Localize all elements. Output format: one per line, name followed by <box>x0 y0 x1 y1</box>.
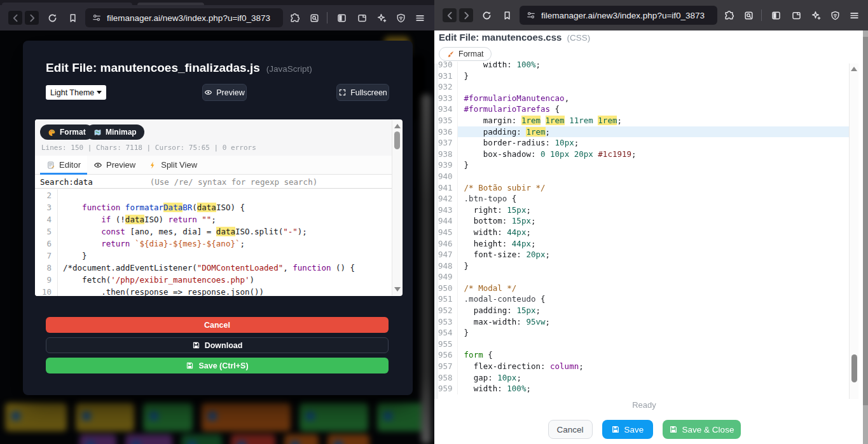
cancel-button[interactable]: Cancel <box>548 420 593 439</box>
code-line: 939} <box>438 159 849 171</box>
line-number: 932 <box>438 81 458 93</box>
code-line: 930 width: 100%; <box>438 62 849 71</box>
textarea-scrollbar[interactable] <box>849 64 858 399</box>
menu-hamburger-icon[interactable] <box>413 11 427 25</box>
code-line: 3 function formatarDataBR(dataISO) { <box>35 201 392 213</box>
url-text[interactable]: filemanager.ai/new3/index.php?u=if0_3873 <box>107 13 270 23</box>
ai-sparkle-icon[interactable] <box>375 11 389 25</box>
sidebar-toggle-icon[interactable] <box>769 8 783 22</box>
line-number: 936 <box>438 126 458 138</box>
toolbar-divider <box>761 10 762 21</box>
privacy-shield-icon[interactable] <box>394 11 408 25</box>
code-line: 934#formularioTarefas { <box>438 104 849 115</box>
scrollbar-thumb[interactable] <box>851 354 857 382</box>
line-number: 7 <box>35 250 58 262</box>
line-number: 946 <box>438 238 458 250</box>
theme-select[interactable]: Light Theme <box>46 85 106 100</box>
css-code-area[interactable]: 930 width: 100%;931}932933#formularioMan… <box>438 62 849 399</box>
extensions-puzzle-icon[interactable] <box>287 11 301 25</box>
search-input[interactable]: data <box>74 177 93 187</box>
download-button[interactable]: Download <box>46 337 389 353</box>
container-search-icon[interactable] <box>741 8 755 22</box>
fullscreen-button[interactable]: Fullscreen <box>336 84 389 101</box>
code-line: 4 if (!dataISO) return ""; <box>35 213 392 225</box>
code-line: 956form { <box>438 349 849 361</box>
line-number: 930 <box>438 62 458 71</box>
bookmark-icon[interactable] <box>65 11 79 25</box>
code-line: 952 padding: 15px; <box>438 305 849 316</box>
right-page-content: Edit File: manutencoes.css(CSS) Format 9… <box>434 30 868 444</box>
fullscreen-icon <box>338 88 347 97</box>
search-bar[interactable]: Search:data (Use /re/ syntax for regexp … <box>35 175 392 189</box>
code-line: 933#formularioManutencao, <box>438 93 849 104</box>
url-text[interactable]: filemanager.ai/new3/index.php?u=if0_3873 <box>541 11 705 20</box>
map-icon <box>93 128 102 137</box>
tab-split-view[interactable]: Split View <box>142 156 203 174</box>
line-number: 953 <box>438 316 458 328</box>
line-number: 9 <box>35 274 58 286</box>
forward-button[interactable] <box>25 11 39 25</box>
menu-hamburger-icon[interactable] <box>847 8 861 22</box>
code-line: 959 width: 100%; <box>438 383 849 394</box>
panel-icon[interactable] <box>789 8 803 22</box>
minimap-button[interactable]: Minimap <box>86 124 144 140</box>
line-number: 951 <box>438 293 458 305</box>
tab-editor[interactable]: Editor <box>40 156 87 174</box>
file-language-label: (JavaScript) <box>266 64 312 74</box>
panel-icon[interactable] <box>355 11 369 25</box>
line-number: 937 <box>438 137 458 149</box>
sidebar-toggle-icon[interactable] <box>334 11 348 25</box>
editor-scrollbar[interactable] <box>392 120 402 295</box>
tab-preview[interactable]: Preview <box>87 156 142 174</box>
forward-button[interactable] <box>459 8 473 22</box>
reload-button[interactable] <box>479 8 493 22</box>
line-number: 952 <box>438 305 458 316</box>
scroll-up-arrow[interactable] <box>851 67 857 71</box>
reload-button[interactable] <box>45 11 59 25</box>
line-number: 959 <box>438 383 458 394</box>
code-line: 943 right: 15px; <box>438 205 849 216</box>
site-permissions-icon[interactable] <box>526 10 536 20</box>
cancel-button[interactable]: Cancel <box>46 317 389 333</box>
eye-icon <box>204 88 212 97</box>
line-number: 935 <box>438 115 458 126</box>
code-line: 953 max-width: 95vw; <box>438 316 849 328</box>
scroll-down-arrow[interactable] <box>394 287 401 292</box>
page-scrollbar-thumb[interactable] <box>863 37 868 405</box>
code-line: 955 <box>438 339 849 350</box>
line-number: 2 <box>35 189 58 201</box>
url-bar[interactable]: filemanager.ai/new3/index.php?u=if0_3873 <box>85 8 283 27</box>
search-hint: (Use /re/ syntax for regexp search) <box>150 177 317 187</box>
line-number: 5 <box>35 225 58 238</box>
format-button[interactable]: Format <box>439 47 492 61</box>
toolbar-divider <box>327 12 327 24</box>
code-line: 945 width: 44px; <box>438 227 849 238</box>
editor-stats: Lines: 150 | Chars: 7118 | Cursor: 75:65… <box>41 144 256 152</box>
code-line: 948} <box>438 260 849 272</box>
code-line: 949 <box>438 271 849 283</box>
save-button[interactable]: Save <box>602 420 653 439</box>
line-number: 954 <box>438 327 458 339</box>
code-line: 931} <box>438 71 849 82</box>
container-search-icon[interactable] <box>307 11 321 25</box>
line-number: 933 <box>438 93 458 104</box>
back-button[interactable] <box>443 8 457 22</box>
floppy-icon <box>611 425 620 434</box>
page-scrollbar[interactable] <box>863 30 868 444</box>
code-line: 2 <box>35 189 392 201</box>
back-button[interactable] <box>8 11 22 25</box>
save-button[interactable]: Save (Ctrl+S) <box>46 358 389 373</box>
js-code-area[interactable]: 23 function formatarDataBR(dataISO) {4 i… <box>35 189 392 296</box>
site-permissions-icon[interactable] <box>92 13 102 23</box>
bookmark-icon[interactable] <box>500 8 514 22</box>
code-line: 9 fetch('/php/exibir_manutencoes.php') <box>35 274 392 286</box>
ai-sparkle-icon[interactable] <box>809 8 823 22</box>
scroll-up-arrow[interactable] <box>394 124 401 128</box>
line-number: 944 <box>438 215 458 227</box>
privacy-shield-icon[interactable] <box>828 8 842 22</box>
scrollbar-thumb[interactable] <box>394 131 400 149</box>
extensions-puzzle-icon[interactable] <box>722 8 736 22</box>
save-and-close-button[interactable]: Save & Close <box>663 420 741 439</box>
url-bar[interactable]: filemanager.ai/new3/index.php?u=if0_3873 <box>520 6 717 25</box>
preview-button[interactable]: Preview <box>202 84 247 101</box>
